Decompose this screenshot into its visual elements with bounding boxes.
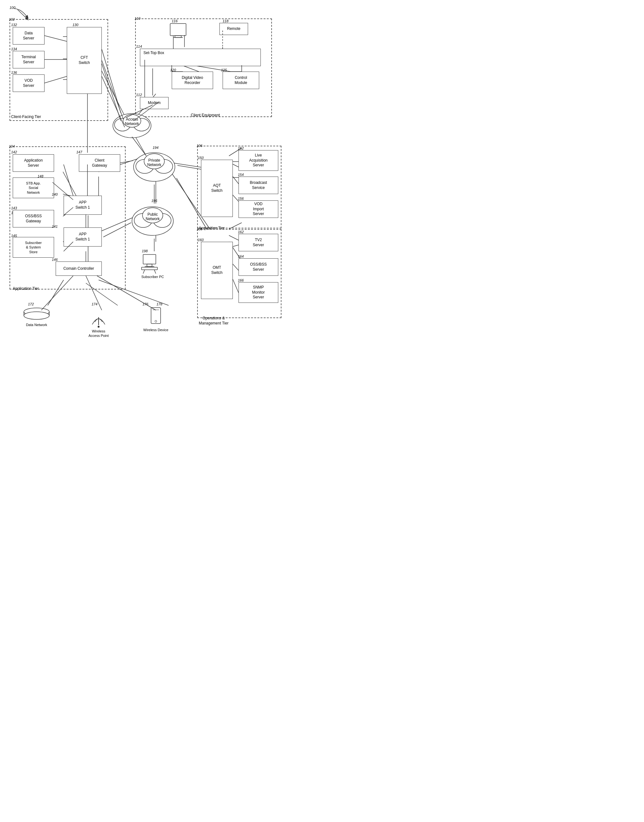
system-diagram: 100 102 Client-Facing Tier 132 DataServe… (0, 0, 286, 366)
client-gateway-box: ClientGateway (79, 154, 120, 172)
ref-110: 110 (135, 17, 140, 20)
ref-174: 174 (92, 302, 97, 306)
access-network-cloud: AccessNetwork (110, 108, 154, 141)
control-module-box: ControlModule (222, 72, 259, 89)
svg-line-84 (143, 270, 145, 274)
ref-104: 104 (9, 144, 15, 148)
dvr-box: Digital VideoRecorder (172, 72, 213, 89)
monitor-icon (169, 23, 188, 39)
vod-server-box: VODServer (13, 74, 44, 92)
live-acq-server-box: LiveAcquisitionServer (239, 150, 278, 171)
aqt-switch-box: AQTSwitch (201, 160, 233, 217)
svg-rect-39 (170, 23, 186, 35)
omt-switch-box: OMTSwitch (201, 242, 233, 299)
subscriber-pc: Subscriber PC (140, 254, 166, 277)
data-network: Data Network (21, 306, 52, 325)
ref-178: 178 (156, 302, 162, 306)
private-network-cloud: PrivateNetwork (130, 148, 178, 186)
ref-114: 114 (136, 44, 142, 48)
comain-controller-box: Comain Controller (56, 261, 102, 276)
set-top-box-box: Set-Top Box (140, 49, 261, 66)
ref-143: 143 (11, 206, 17, 210)
ref-112: 112 (136, 93, 142, 97)
public-network-cloud: PublicNetwork (129, 202, 176, 239)
app-switch1-top-box: APPSwitch 1 (64, 196, 102, 215)
ref-152: 152 (238, 146, 244, 150)
ref-136: 136 (11, 71, 17, 74)
ref-160: 160 (198, 238, 204, 242)
ref-141: 141 (52, 225, 58, 229)
ref-102: 102 (9, 17, 15, 21)
remote-box: Remote (219, 23, 248, 35)
ref-146: 146 (52, 258, 58, 261)
ref-172: 172 (28, 302, 34, 306)
snmp-monitor-server-box: SNMPMonitorServer (239, 282, 278, 303)
subscriber-pc-svg (140, 254, 166, 276)
svg-point-97 (98, 326, 100, 328)
wireless-ap-svg (86, 306, 111, 328)
svg-rect-40 (175, 35, 181, 38)
wireless-access-point: WirelessAccess Point (86, 306, 111, 329)
svg-point-100 (155, 321, 157, 322)
tv2-server-box: TV2Server (239, 234, 278, 251)
data-network-svg (21, 306, 52, 324)
ref-147: 147 (76, 150, 82, 154)
oss-bss-server-box: OSS/BSSServer (239, 258, 278, 276)
svg-rect-81 (147, 264, 152, 267)
ref-140: 140 (52, 192, 58, 196)
svg-line-85 (154, 270, 156, 274)
client-facing-tier-label: Client-Facing Tier (11, 115, 41, 120)
terminal-server-box: TerminalServer (13, 51, 44, 68)
ref-164: 164 (238, 255, 244, 258)
ref-142: 142 (11, 150, 17, 154)
wireless-device-svg (143, 306, 169, 327)
svg-point-93 (24, 312, 49, 319)
svg-rect-80 (143, 255, 156, 264)
oss-bss-gateway-box: OSS/BSSGateway (13, 210, 54, 227)
ref-106: 106 (196, 144, 202, 147)
ref-156: 156 (238, 196, 244, 201)
ref-150: 150 (198, 156, 204, 160)
ref-108: 108 (196, 227, 202, 231)
vod-import-server-box: VODImportServer (239, 201, 278, 218)
ref-134: 134 (11, 47, 17, 51)
ref-162: 162 (238, 230, 244, 234)
modem-box: Modem (140, 97, 169, 109)
app-switch1-bottom-box: APPSwitch 1 (64, 227, 102, 247)
data-server-box: DataServer (13, 27, 44, 44)
subscriber-store-box: Subscriber& SystemStore (13, 237, 54, 258)
ref-198: 198 (142, 249, 147, 253)
ref-166: 166 (238, 278, 244, 282)
ref-116: 116 (172, 19, 178, 23)
ref-118: 118 (222, 19, 228, 23)
ref-176: 176 (143, 302, 148, 306)
ref-130: 130 (72, 23, 78, 27)
svg-rect-83 (141, 267, 158, 270)
monitor-svg (169, 23, 188, 39)
stb-social-box: STB App.SocialNetwork (13, 178, 54, 198)
application-tier-label: Application Tier (13, 286, 39, 291)
broadcast-service-box: BroadcastService (239, 176, 278, 194)
ref-132: 132 (11, 23, 17, 27)
application-server-box: ApplicationServer (13, 154, 54, 172)
ref-154: 154 (238, 173, 244, 176)
cft-switch-box: CFTSwitch (67, 27, 102, 94)
client-equipment-label: Client Equipment (191, 113, 220, 118)
wireless-device: Wireless Device (143, 306, 169, 328)
operations-tier-label: Operations &Management Tier (199, 316, 228, 326)
arrow-100 (12, 7, 31, 20)
